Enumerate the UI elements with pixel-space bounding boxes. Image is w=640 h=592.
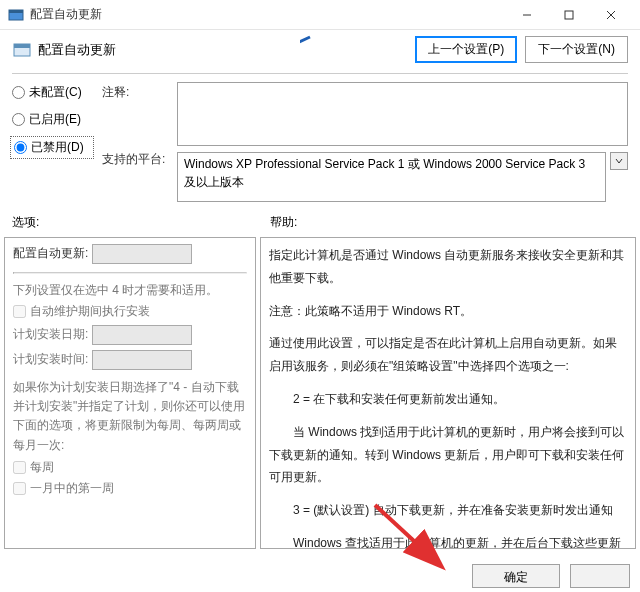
radio-label: 已启用(E) [29, 111, 81, 128]
help-p1: 指定此计算机是否通过 Windows 自动更新服务来接收安全更新和其他重要下载。 [269, 244, 627, 290]
note-when4: 下列设置仅在选中 4 时才需要和适用。 [13, 282, 247, 299]
app-icon [8, 7, 24, 23]
long-note: 如果你为计划安装日期选择了"4 - 自动下载并计划安装"并指定了计划，则你还可以… [13, 378, 247, 455]
chk-weekly-row[interactable]: 每周 [13, 459, 247, 476]
chk-first-week[interactable] [13, 482, 26, 495]
options-select[interactable] [92, 244, 192, 264]
window-controls [506, 1, 632, 29]
svg-rect-7 [14, 44, 30, 48]
help-p7: Windows 查找适用于此计算机的更新，并在后台下载这些更新（在此过程中，用户… [269, 532, 627, 549]
label-column: 注释: 支持的平台: [102, 82, 167, 202]
policy-icon [12, 40, 32, 60]
radio-disabled[interactable]: 已禁用(D) [12, 138, 92, 157]
next-setting-button[interactable]: 下一个设置(N) [525, 36, 628, 63]
radio-disabled-input[interactable] [14, 141, 27, 154]
comment-textarea[interactable] [177, 82, 628, 146]
platform-dropdown-button[interactable] [610, 152, 628, 170]
window-title: 配置自动更新 [30, 6, 506, 23]
options-title: 配置自动更新: [13, 244, 247, 264]
chk-first-week-row[interactable]: 一月中的第一周 [13, 480, 247, 497]
panels: 配置自动更新: 下列设置仅在选中 4 时才需要和适用。 自动维护期间执行安装 计… [0, 233, 640, 553]
radio-group: 未配置(C) 已启用(E) 已禁用(D) [12, 82, 92, 202]
chk-weekly-label: 每周 [30, 459, 54, 476]
chk-maintenance[interactable] [13, 305, 26, 318]
radio-label: 已禁用(D) [31, 139, 84, 156]
radio-not-configured-input[interactable] [12, 86, 25, 99]
page-title: 配置自动更新 [38, 41, 415, 59]
sched-date-select[interactable] [92, 325, 192, 345]
minimize-button[interactable] [506, 1, 548, 29]
options-label: 选项: [12, 214, 270, 231]
prev-setting-button[interactable]: 上一个设置(P) [415, 36, 517, 63]
sched-time-row: 计划安装时间: [13, 350, 247, 370]
section-labels: 选项: 帮助: [0, 212, 640, 233]
divider [13, 272, 247, 274]
titlebar: 配置自动更新 [0, 0, 640, 30]
help-panel[interactable]: 指定此计算机是否通过 Windows 自动更新服务来接收安全更新和其他重要下载。… [260, 237, 636, 549]
radio-not-configured[interactable]: 未配置(C) [12, 84, 92, 101]
platforms-label: 支持的平台: [102, 151, 167, 168]
ok-button[interactable]: 确定 [472, 564, 560, 588]
next-footer-button[interactable] [570, 564, 630, 588]
help-p4: 2 = 在下载和安装任何更新前发出通知。 [269, 388, 627, 411]
header-row: 配置自动更新 上一个设置(P) 下一个设置(N) [0, 30, 640, 73]
close-button[interactable] [590, 1, 632, 29]
sched-time-select[interactable] [92, 350, 192, 370]
comment-label: 注释: [102, 84, 167, 101]
config-row: 未配置(C) 已启用(E) 已禁用(D) 注释: 支持的平台: Windows … [0, 74, 640, 206]
chk-first-week-label: 一月中的第一周 [30, 480, 114, 497]
help-p6: 3 = (默认设置) 自动下载更新，并在准备安装更新时发出通知 [269, 499, 627, 522]
chk-maintenance-label: 自动维护期间执行安装 [30, 303, 150, 320]
platform-row: Windows XP Professional Service Pack 1 或… [177, 152, 628, 202]
help-label: 帮助: [270, 214, 297, 231]
maximize-button[interactable] [548, 1, 590, 29]
field-column: Windows XP Professional Service Pack 1 或… [177, 82, 628, 202]
svg-rect-3 [565, 11, 573, 19]
help-p3: 通过使用此设置，可以指定是否在此计算机上启用自动更新。如果启用该服务，则必须在"… [269, 332, 627, 378]
radio-enabled-input[interactable] [12, 113, 25, 126]
footer-buttons: 确定 [472, 564, 630, 588]
help-p5: 当 Windows 找到适用于此计算机的更新时，用户将会接到可以下载更新的通知。… [269, 421, 627, 489]
options-panel[interactable]: 配置自动更新: 下列设置仅在选中 4 时才需要和适用。 自动维护期间执行安装 计… [4, 237, 256, 549]
help-p2: 注意：此策略不适用于 Windows RT。 [269, 300, 627, 323]
platform-text: Windows XP Professional Service Pack 1 或… [177, 152, 606, 202]
radio-enabled[interactable]: 已启用(E) [12, 111, 92, 128]
radio-label: 未配置(C) [29, 84, 82, 101]
chk-maintenance-row[interactable]: 自动维护期间执行安装 [13, 303, 247, 320]
svg-rect-1 [9, 10, 23, 13]
chk-weekly[interactable] [13, 461, 26, 474]
nav-buttons: 上一个设置(P) 下一个设置(N) [415, 36, 628, 63]
sched-date-row: 计划安装日期: [13, 325, 247, 345]
